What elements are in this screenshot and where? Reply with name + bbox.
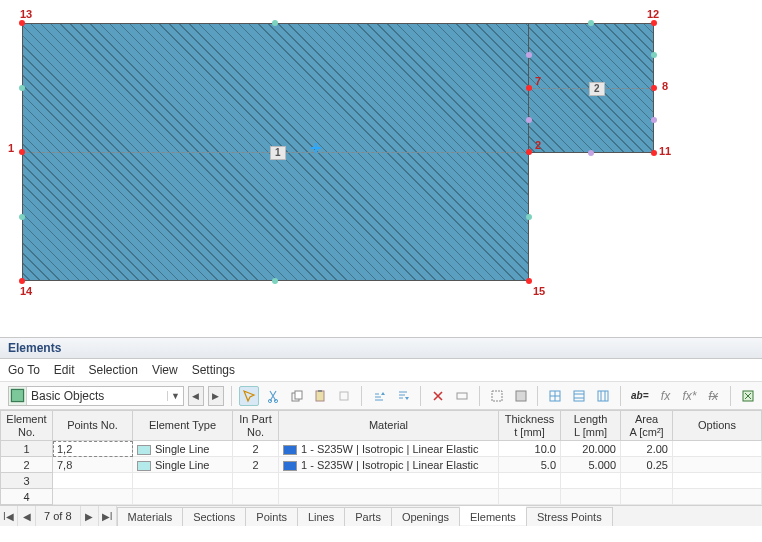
table-row[interactable]: 4 <box>1 489 762 505</box>
element-2-badge: 2 <box>589 82 605 96</box>
type-swatch <box>137 445 151 455</box>
col-element-no[interactable]: Element No. <box>1 411 53 441</box>
midpoint <box>526 214 532 220</box>
menu-selection[interactable]: Selection <box>89 363 138 377</box>
midpoint <box>526 117 532 123</box>
col-in-part-no[interactable]: In Part No. <box>233 411 279 441</box>
sort-asc-icon[interactable] <box>369 386 389 406</box>
svg-rect-12 <box>574 391 584 401</box>
node-11-point[interactable] <box>651 150 657 156</box>
tab-lines[interactable]: Lines <box>297 507 345 526</box>
node-2-label: 2 <box>535 139 541 151</box>
node-1-label: 1 <box>8 142 14 154</box>
col-options[interactable]: Options <box>673 411 762 441</box>
nav-last-button[interactable]: ▶I <box>99 506 117 526</box>
nav-position: 7 of 8 <box>36 506 81 526</box>
col-material[interactable]: Material <box>279 411 499 441</box>
select-tool-icon[interactable] <box>239 386 259 406</box>
nav-next-button[interactable]: ▶ <box>81 506 99 526</box>
col-area[interactable]: Area A [cm²] <box>621 411 673 441</box>
panel-title: Elements <box>0 338 762 359</box>
bottom-bar: I◀ ◀ 7 of 8 ▶ ▶I Materials Sections Poin… <box>0 505 762 526</box>
menu-view[interactable]: View <box>152 363 178 377</box>
delete-icon[interactable] <box>428 386 448 406</box>
label-ab-icon[interactable]: ab= <box>628 386 652 406</box>
tab-parts[interactable]: Parts <box>344 507 392 526</box>
tab-sections[interactable]: Sections <box>182 507 246 526</box>
export-excel-icon[interactable] <box>738 386 758 406</box>
fx-icon[interactable]: fx <box>656 386 676 406</box>
elements-table[interactable]: Element No. Points No. Element Type In P… <box>0 410 762 505</box>
grid2-icon[interactable] <box>569 386 589 406</box>
svg-rect-6 <box>318 390 322 392</box>
midpoint <box>651 117 657 123</box>
cut-icon[interactable] <box>263 386 283 406</box>
midpoint <box>588 20 594 26</box>
deselect-icon[interactable] <box>511 386 531 406</box>
menu-edit[interactable]: Edit <box>54 363 75 377</box>
chevron-down-icon: ▼ <box>167 391 183 401</box>
nav-prev-button[interactable]: ◀ <box>18 506 36 526</box>
node-2-point[interactable] <box>526 149 532 155</box>
node-12-point[interactable] <box>651 20 657 26</box>
tab-elements[interactable]: Elements <box>459 506 527 525</box>
grid3-icon[interactable] <box>593 386 613 406</box>
svg-rect-10 <box>516 391 526 401</box>
center-marker <box>311 143 321 153</box>
panel-menu: Go To Edit Selection View Settings <box>0 359 762 382</box>
midpoint <box>19 214 25 220</box>
tab-openings[interactable]: Openings <box>391 507 460 526</box>
combo-prev-button[interactable]: ◀ <box>188 386 204 406</box>
midpoint <box>651 52 657 58</box>
midpoint <box>526 52 532 58</box>
copy-icon[interactable] <box>287 386 307 406</box>
clear-icon[interactable] <box>334 386 354 406</box>
combo-next-button[interactable]: ▶ <box>208 386 224 406</box>
node-15-point[interactable] <box>526 278 532 284</box>
points-cell[interactable]: 1,2 <box>53 441 133 457</box>
midpoint <box>272 278 278 284</box>
tab-points[interactable]: Points <box>245 507 298 526</box>
menu-settings[interactable]: Settings <box>192 363 235 377</box>
col-thickness[interactable]: Thickness t [mm] <box>499 411 561 441</box>
node-13-label: 13 <box>20 8 32 20</box>
node-8-point[interactable] <box>651 85 657 91</box>
drawing-canvas[interactable]: 13 12 8 11 7 1 2 14 15 1 2 <box>0 0 762 337</box>
table-row[interactable]: 1 1,2 Single Line 2 1 - S235W | Isotropi… <box>1 441 762 457</box>
col-length[interactable]: Length L [mm] <box>561 411 621 441</box>
combo-text: Basic Objects <box>27 389 167 403</box>
material-swatch <box>283 445 297 455</box>
menu-goto[interactable]: Go To <box>8 363 40 377</box>
tab-stress[interactable]: Stress Points <box>526 507 613 526</box>
midpoint <box>272 20 278 26</box>
table-row[interactable]: 2 7,8 Single Line 2 1 - S235W | Isotropi… <box>1 457 762 473</box>
paste-icon[interactable] <box>310 386 330 406</box>
element-1-badge: 1 <box>270 146 286 160</box>
fx-highlight-icon[interactable]: fx* <box>679 386 699 406</box>
nav-first-button[interactable]: I◀ <box>0 506 18 526</box>
col-points-no[interactable]: Points No. <box>53 411 133 441</box>
node-12-label: 12 <box>647 8 659 20</box>
type-swatch <box>137 461 151 471</box>
node-13-point[interactable] <box>19 20 25 26</box>
material-swatch <box>283 461 297 471</box>
node-7-point[interactable] <box>526 85 532 91</box>
svg-rect-9 <box>492 391 502 401</box>
node-1-point[interactable] <box>19 149 25 155</box>
grid1-icon[interactable] <box>545 386 565 406</box>
object-type-select[interactable]: Basic Objects ▼ <box>8 386 184 406</box>
sort-desc-icon[interactable] <box>393 386 413 406</box>
select-all-icon[interactable] <box>487 386 507 406</box>
table-row[interactable]: 3 <box>1 473 762 489</box>
node-14-point[interactable] <box>19 278 25 284</box>
panel-toolbar: Basic Objects ▼ ◀ ▶ ab= fx fx* fx <box>0 382 762 410</box>
clear-cell-icon[interactable] <box>452 386 472 406</box>
tab-materials[interactable]: Materials <box>117 507 184 526</box>
svg-rect-8 <box>457 393 467 399</box>
combo-icon <box>9 387 27 405</box>
svg-rect-7 <box>340 392 348 400</box>
node-11-label: 11 <box>659 145 671 157</box>
midpoint <box>19 85 25 91</box>
col-element-type[interactable]: Element Type <box>133 411 233 441</box>
fx-clear-icon[interactable]: fx <box>703 386 723 406</box>
